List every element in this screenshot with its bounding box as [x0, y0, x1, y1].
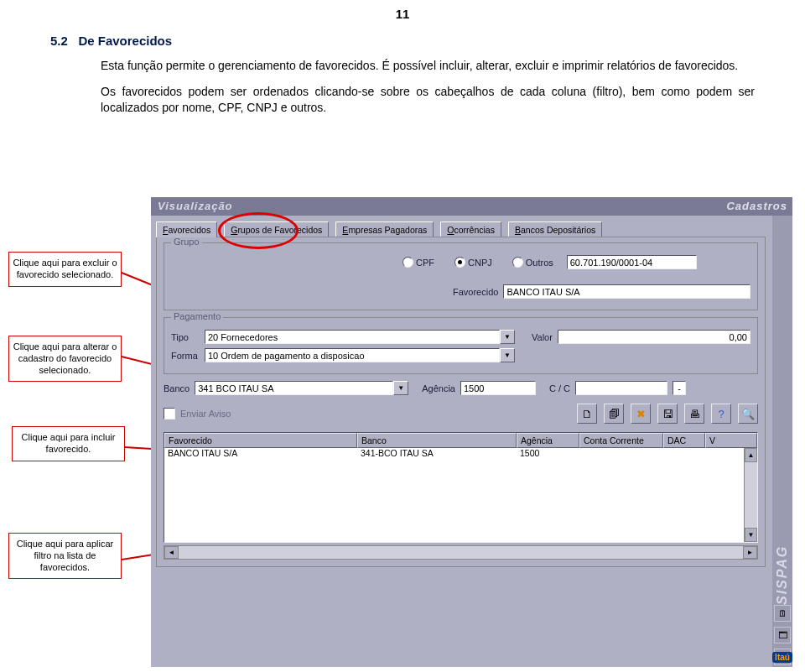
banco-select[interactable]: 341 BCO ITAU SA ▼ [195, 381, 408, 395]
scroll-right-icon[interactable]: ► [743, 546, 757, 559]
help-button[interactable]: ? [711, 404, 731, 424]
fieldset-pagamento: Pagamento Tipo 20 Fornecedores ▼ Valor 0… [164, 317, 758, 374]
scroll-down-icon[interactable]: ▼ [745, 528, 757, 542]
section-para-2: Os favorecidos podem ser ordenados clica… [101, 84, 755, 116]
sidebar-app-name: SISPAG [775, 241, 790, 605]
tab-favorecidos[interactable]: Favorecidos [156, 221, 217, 237]
callout-alterar: Clique aqui para alterar o cadastro do f… [8, 336, 122, 382]
tab-bancos[interactable]: Bancos Depositários [508, 221, 602, 237]
sidebar-window-icon[interactable]: 🗔 [774, 627, 791, 643]
chevron-down-icon[interactable]: ▼ [393, 381, 408, 395]
section-heading: 5.2 De Favorecidos [50, 34, 755, 48]
forma-select[interactable]: 10 Ordem de pagamento a disposicao ▼ [205, 348, 515, 362]
enviar-aviso-label: Enviar Aviso [180, 409, 231, 419]
id-input[interactable]: 60.701.190/0001-04 [567, 255, 697, 269]
th-banco[interactable]: Banco [357, 433, 517, 448]
callout-excluir: Clique aqui para excluir o favorecido se… [8, 252, 122, 287]
save-button[interactable]: 🖫 [657, 404, 678, 424]
result-table: Favorecido Banco Agência Conta Corrente … [164, 432, 758, 543]
callout-filtro: Clique aqui para aplicar filtro na lista… [8, 533, 122, 579]
table-row[interactable]: BANCO ITAU S/A 341-BCO ITAU SA 1500 [164, 448, 757, 461]
edit-button[interactable]: 🗐 [604, 404, 624, 424]
th-v[interactable]: V [705, 433, 757, 448]
agencia-input[interactable]: 1500 [460, 381, 536, 395]
legend-pagamento: Pagamento [171, 311, 223, 321]
scroll-up-icon[interactable]: ▲ [745, 448, 757, 462]
radio-outros[interactable]: Outros [512, 257, 553, 268]
radio-cnpj[interactable]: CNPJ [454, 257, 492, 268]
delete-button[interactable]: ✖ [631, 404, 651, 424]
page-number: 11 [396, 7, 410, 21]
new-button[interactable]: 🗋 [577, 404, 597, 424]
tab-panel: Grupo CPF CNPJ Outros 60.701.190/0001-04… [156, 237, 766, 567]
favorecido-label: Favorecido [453, 287, 498, 297]
enviar-aviso-checkbox[interactable] [164, 408, 175, 419]
sidebar-logo: Itaú [774, 649, 791, 665]
app-titlebar: Visualização Cadastros [151, 197, 792, 216]
filter-button[interactable]: 🔍 [738, 404, 758, 424]
th-cc[interactable]: Conta Corrente [579, 433, 663, 448]
fieldset-grupo: Grupo CPF CNPJ Outros 60.701.190/0001-04… [164, 242, 758, 310]
tab-grupos[interactable]: Grupos de Favorecidos [224, 221, 329, 237]
tipo-label: Tipo [171, 332, 200, 342]
tipo-select[interactable]: 20 Fornecedores ▼ [205, 330, 515, 344]
chevron-down-icon[interactable]: ▼ [500, 330, 515, 344]
chevron-down-icon[interactable]: ▼ [500, 348, 515, 362]
banco-label: Banco [164, 383, 190, 393]
valor-label: Valor [532, 332, 553, 342]
agencia-label: Agência [422, 383, 455, 393]
section-para-1: Esta função permite o gerenciamento de f… [101, 58, 755, 74]
tab-ocorrencias[interactable]: Ocorrências [440, 221, 501, 237]
window-title: Visualização [158, 197, 233, 216]
table-header: Favorecido Banco Agência Conta Corrente … [164, 433, 757, 448]
tab-empresas[interactable]: Empresas Pagadoras [335, 221, 434, 237]
sidebar-calendar-icon[interactable]: 🗓 [774, 605, 791, 622]
th-agencia[interactable]: Agência [517, 433, 579, 448]
radio-cpf[interactable]: CPF [402, 257, 434, 268]
legend-grupo: Grupo [171, 237, 202, 247]
window-brand: Cadastros [726, 197, 787, 216]
th-dac[interactable]: DAC [663, 433, 705, 448]
horizontal-scrollbar[interactable]: ◄ ► [164, 545, 758, 560]
valor-input[interactable]: 0,00 [558, 330, 750, 344]
toolbar: 🗋 🗐 ✖ 🖫 🖶 ? 🔍 [577, 404, 758, 424]
right-sidebar: SISPAG 🗓 🗔 Itaú [772, 216, 792, 667]
section-number: 5.2 [50, 34, 68, 48]
scroll-left-icon[interactable]: ◄ [164, 546, 179, 559]
th-favorecido[interactable]: Favorecido [164, 433, 357, 448]
forma-label: Forma [171, 351, 200, 361]
section-title-text: De Favorecidos [78, 34, 172, 48]
callout-incluir: Clique aqui para incluir favorecido. [12, 426, 125, 461]
print-button[interactable]: 🖶 [684, 404, 704, 424]
tabstrip: Favorecidos Grupos de Favorecidos Empres… [156, 221, 766, 237]
favorecido-input[interactable]: BANCO ITAU S/A [503, 284, 750, 299]
cc-input[interactable] [575, 381, 667, 395]
cc-label: C / C [549, 383, 570, 393]
cc-dv-input[interactable]: - [673, 381, 686, 395]
app-window: Visualização Cadastros SISPAG 🗓 🗔 Itaú F… [151, 197, 792, 667]
vertical-scrollbar[interactable]: ▲ ▼ [744, 448, 757, 542]
